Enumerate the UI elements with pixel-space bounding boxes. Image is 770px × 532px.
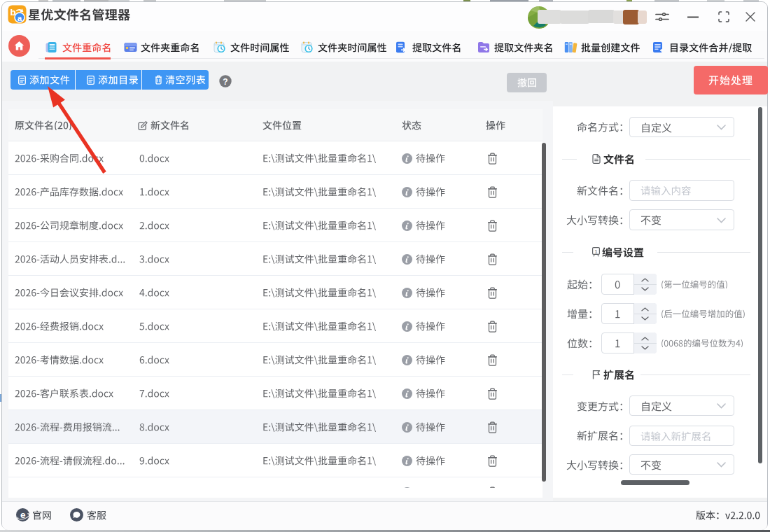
- svg-text:1: 1: [594, 248, 598, 255]
- svg-text:a: a: [18, 14, 22, 22]
- svg-text:?: ?: [223, 77, 227, 87]
